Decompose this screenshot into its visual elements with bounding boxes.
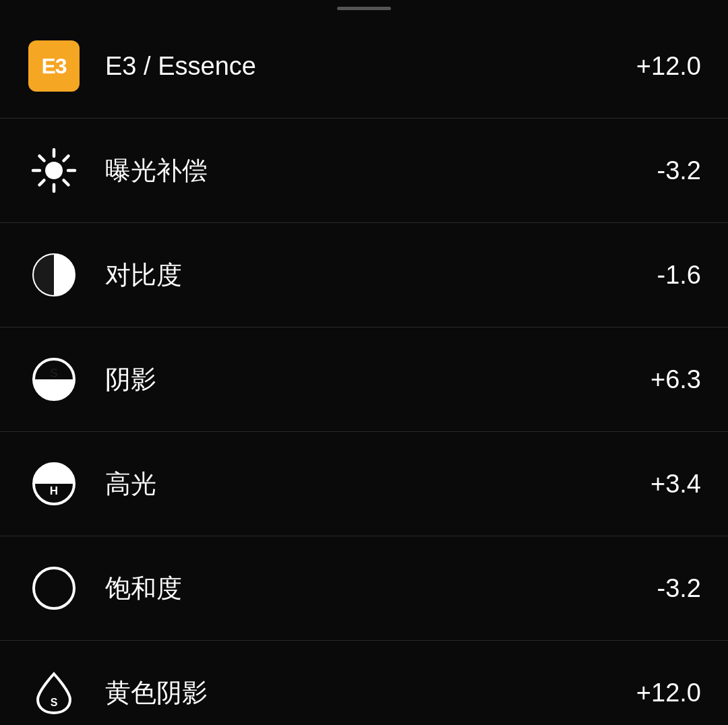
yellow-shadow-value: +12.0 <box>634 679 701 707</box>
saturation-icon <box>27 561 81 615</box>
contrast-label: 对比度 <box>105 258 634 292</box>
shadow-icon: S <box>27 352 81 406</box>
contrast-value: -1.6 <box>634 261 701 290</box>
preset-badge-text: E3 <box>41 54 66 79</box>
svg-line-7 <box>64 156 69 161</box>
highlight-label: 高光 <box>105 467 634 501</box>
saturation-label: 饱和度 <box>105 571 634 606</box>
svg-line-8 <box>40 181 44 185</box>
list-item-preset[interactable]: E3 E3 / Essence +12.0 <box>0 14 728 119</box>
contrast-icon <box>27 248 81 302</box>
svg-point-15 <box>34 568 74 608</box>
shadow-value: +6.3 <box>634 365 701 394</box>
shadow-label: 阴影 <box>105 362 634 397</box>
list-item-exposure[interactable]: 曝光补偿 -3.2 <box>0 119 728 223</box>
svg-text:S: S <box>51 697 58 708</box>
exposure-label: 曝光补偿 <box>105 154 634 188</box>
list-item-yellow-shadow[interactable]: S 黄色阴影 +12.0 <box>0 641 728 725</box>
list-item-highlight[interactable]: H 高光 +3.4 <box>0 432 728 536</box>
list-item-contrast[interactable]: 对比度 -1.6 <box>0 223 728 327</box>
top-indicator <box>337 7 391 10</box>
svg-text:S: S <box>50 367 58 380</box>
top-bar <box>0 0 728 14</box>
exposure-value: -3.2 <box>634 156 701 185</box>
saturation-value: -3.2 <box>634 574 701 603</box>
preset-icon-wrapper: E3 <box>27 39 81 93</box>
svg-text:H: H <box>50 484 58 497</box>
highlight-icon: H <box>27 457 81 511</box>
sun-icon <box>27 144 81 197</box>
list-item-shadow[interactable]: S 阴影 +6.3 <box>0 327 728 432</box>
svg-line-5 <box>40 156 44 161</box>
svg-line-6 <box>64 181 69 185</box>
preset-value: +12.0 <box>634 52 701 81</box>
svg-point-0 <box>45 162 63 179</box>
highlight-value: +3.4 <box>634 470 701 499</box>
yellow-shadow-icon: S <box>27 666 81 720</box>
yellow-shadow-label: 黄色阴影 <box>105 676 634 710</box>
list-item-saturation[interactable]: 饱和度 -3.2 <box>0 536 728 641</box>
preset-label: E3 / Essence <box>105 52 634 81</box>
preset-badge: E3 <box>28 40 80 92</box>
